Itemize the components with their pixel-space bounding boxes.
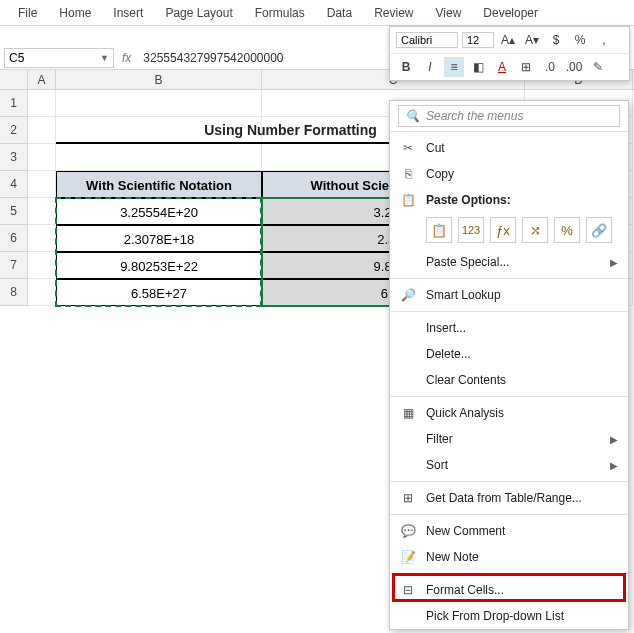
tab-view[interactable]: View bbox=[436, 6, 462, 20]
row-header[interactable]: 8 bbox=[0, 279, 28, 306]
cell-b6[interactable]: 2.3078E+18 bbox=[56, 225, 262, 252]
context-menu: 🔍 Search the menus ✂ Cut ⎘ Copy 📋 Paste … bbox=[389, 100, 629, 630]
borders-icon[interactable]: ⊞ bbox=[516, 57, 536, 77]
menu-format-cells[interactable]: ⊟ Format Cells... bbox=[390, 577, 628, 603]
chevron-right-icon: ▶ bbox=[610, 434, 618, 445]
mini-toolbar: A▴ A▾ $ % , B I ≡ ◧ A ⊞ .0 .00 ✎ bbox=[389, 26, 630, 81]
paste-formatting-icon[interactable]: % bbox=[554, 217, 580, 243]
menu-quick-analysis[interactable]: ▦ Quick Analysis bbox=[390, 400, 628, 426]
paste-all-icon[interactable]: 📋 bbox=[426, 217, 452, 243]
quick-analysis-icon: ▦ bbox=[400, 405, 416, 421]
menu-paste-special[interactable]: Paste Special... ▶ bbox=[390, 249, 628, 275]
comment-icon: 💬 bbox=[400, 523, 416, 539]
menu-search[interactable]: 🔍 Search the menus bbox=[398, 105, 620, 127]
percent-icon[interactable]: % bbox=[570, 30, 590, 50]
decimal-dec-icon[interactable]: .00 bbox=[564, 57, 584, 77]
cell-b8[interactable]: 6.58E+27 bbox=[56, 279, 262, 306]
select-all-corner[interactable] bbox=[0, 70, 28, 89]
tab-data[interactable]: Data bbox=[327, 6, 352, 20]
menu-sort[interactable]: Sort ▶ bbox=[390, 452, 628, 478]
table-icon: ⊞ bbox=[400, 490, 416, 506]
decrease-font-icon[interactable]: A▾ bbox=[522, 30, 542, 50]
menu-copy[interactable]: ⎘ Copy bbox=[390, 161, 628, 187]
tab-review[interactable]: Review bbox=[374, 6, 413, 20]
row-header[interactable]: 4 bbox=[0, 171, 28, 198]
menu-delete[interactable]: Delete... bbox=[390, 341, 628, 367]
tab-insert[interactable]: Insert bbox=[113, 6, 143, 20]
search-icon: 🔍 bbox=[405, 109, 420, 123]
cell-b5[interactable]: 3.25554E+20 bbox=[56, 198, 262, 225]
name-box-value: C5 bbox=[9, 51, 24, 65]
note-icon: 📝 bbox=[400, 549, 416, 565]
tab-home[interactable]: Home bbox=[59, 6, 91, 20]
menu-new-note[interactable]: 📝 New Note bbox=[390, 544, 628, 570]
chevron-down-icon[interactable]: ▼ bbox=[100, 53, 109, 63]
paste-transpose-icon[interactable]: ⤭ bbox=[522, 217, 548, 243]
col-header-a[interactable]: A bbox=[28, 70, 56, 89]
row-header[interactable]: 3 bbox=[0, 144, 28, 171]
copy-icon: ⎘ bbox=[400, 166, 416, 182]
tab-formulas[interactable]: Formulas bbox=[255, 6, 305, 20]
row-header[interactable]: 6 bbox=[0, 225, 28, 252]
chevron-right-icon: ▶ bbox=[610, 257, 618, 268]
name-box[interactable]: C5 ▼ bbox=[4, 48, 114, 68]
font-select[interactable] bbox=[396, 32, 458, 48]
menu-new-comment[interactable]: 💬 New Comment bbox=[390, 518, 628, 544]
row-header[interactable]: 1 bbox=[0, 90, 28, 117]
paste-values-icon[interactable]: 123 bbox=[458, 217, 484, 243]
cut-icon: ✂ bbox=[400, 140, 416, 156]
row-header[interactable]: 2 bbox=[0, 117, 28, 144]
align-icon[interactable]: ≡ bbox=[444, 57, 464, 77]
smart-lookup-icon: 🔎 bbox=[400, 287, 416, 303]
row-header[interactable]: 5 bbox=[0, 198, 28, 225]
bold-icon[interactable]: B bbox=[396, 57, 416, 77]
paste-formulas-icon[interactable]: ƒx bbox=[490, 217, 516, 243]
font-color-icon[interactable]: A bbox=[492, 57, 512, 77]
comma-icon[interactable]: , bbox=[594, 30, 614, 50]
menu-clear-contents[interactable]: Clear Contents bbox=[390, 367, 628, 393]
chevron-right-icon: ▶ bbox=[610, 460, 618, 471]
menu-filter[interactable]: Filter ▶ bbox=[390, 426, 628, 452]
menu-pick-list[interactable]: Pick From Drop-down List bbox=[390, 603, 628, 629]
menu-cut[interactable]: ✂ Cut bbox=[390, 135, 628, 161]
fx-icon[interactable]: fx bbox=[122, 51, 131, 65]
font-size-select[interactable] bbox=[462, 32, 494, 48]
header-with-sci: With Scientific Notation bbox=[56, 171, 262, 198]
tab-developer[interactable]: Developer bbox=[483, 6, 538, 20]
menu-search-placeholder: Search the menus bbox=[426, 109, 523, 123]
paste-icon: 📋 bbox=[400, 192, 416, 208]
paste-link-icon[interactable]: 🔗 bbox=[586, 217, 612, 243]
fill-color-icon[interactable]: ◧ bbox=[468, 57, 488, 77]
format-cells-icon: ⊟ bbox=[400, 582, 416, 598]
format-painter-icon[interactable]: ✎ bbox=[588, 57, 608, 77]
decimal-inc-icon[interactable]: .0 bbox=[540, 57, 560, 77]
col-header-b[interactable]: B bbox=[56, 70, 262, 89]
tab-file[interactable]: File bbox=[18, 6, 37, 20]
cell-b7[interactable]: 9.80253E+22 bbox=[56, 252, 262, 279]
italic-icon[interactable]: I bbox=[420, 57, 440, 77]
menu-get-data[interactable]: ⊞ Get Data from Table/Range... bbox=[390, 485, 628, 511]
menu-smart-lookup[interactable]: 🔎 Smart Lookup bbox=[390, 282, 628, 308]
menu-insert[interactable]: Insert... bbox=[390, 315, 628, 341]
paste-options-row: 📋 123 ƒx ⤭ % 🔗 bbox=[390, 213, 628, 249]
row-header[interactable]: 7 bbox=[0, 252, 28, 279]
currency-icon[interactable]: $ bbox=[546, 30, 566, 50]
menu-paste-options-header: 📋 Paste Options: bbox=[390, 187, 628, 213]
ribbon-tabs: File Home Insert Page Layout Formulas Da… bbox=[0, 0, 634, 26]
tab-page-layout[interactable]: Page Layout bbox=[165, 6, 232, 20]
increase-font-icon[interactable]: A▴ bbox=[498, 30, 518, 50]
